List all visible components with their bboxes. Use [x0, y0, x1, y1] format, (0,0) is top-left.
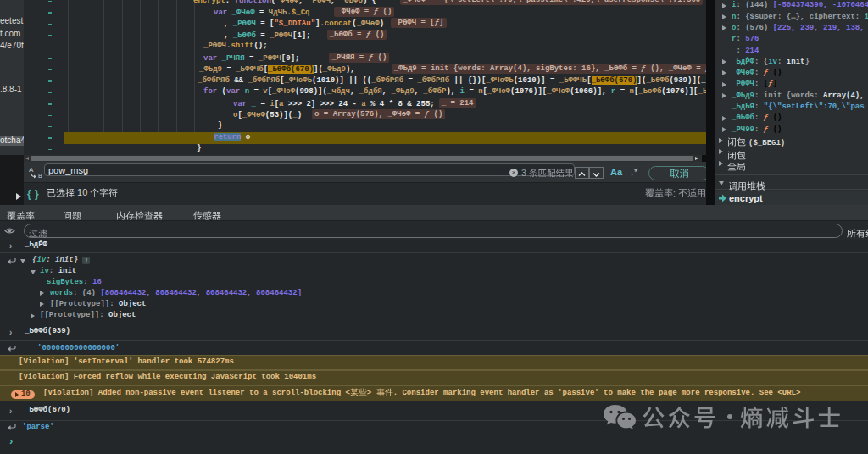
svg-text:B: B — [38, 173, 42, 179]
svg-text:A: A — [29, 166, 34, 174]
